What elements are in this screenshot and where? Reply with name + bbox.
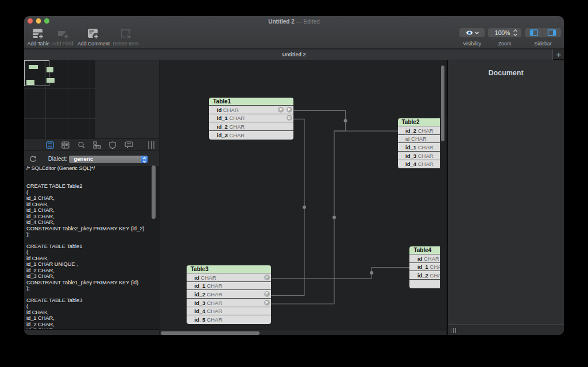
svg-text:100%: 100%: [495, 29, 510, 36]
